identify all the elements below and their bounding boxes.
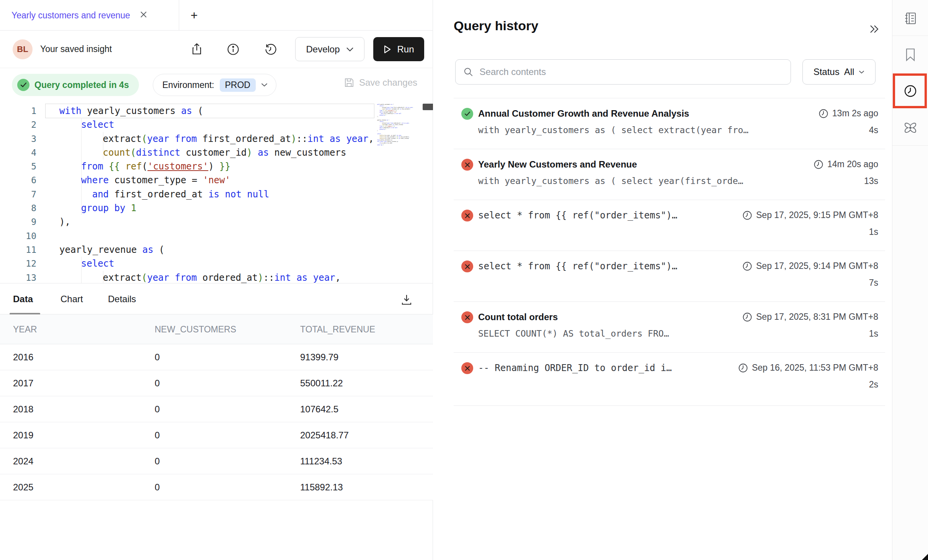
- notebook-icon[interactable]: [903, 11, 918, 26]
- line-number: 8: [0, 201, 36, 215]
- run-label: Run: [397, 44, 414, 55]
- status-filter-label: Status: [814, 67, 840, 77]
- search-input[interactable]: [480, 67, 783, 77]
- line-number: 12: [0, 257, 36, 270]
- line-number: 3: [0, 132, 36, 146]
- table-cell: 0: [155, 456, 160, 467]
- new-tab-button[interactable]: +: [186, 8, 202, 23]
- clock-icon: [814, 160, 823, 169]
- develop-button[interactable]: Develop: [295, 37, 364, 61]
- history-search[interactable]: [455, 59, 791, 85]
- history-item[interactable]: Count total orders Sep 17, 2025, 8:31 PM…: [433, 301, 885, 352]
- history-item-timestamp: Sep 17, 2025, 9:14 PM GMT+8: [742, 261, 878, 271]
- history-item[interactable]: -- Renaming ORDER_ID to order_id i… Sep …: [433, 352, 885, 403]
- table-cell: 2025: [13, 482, 33, 493]
- table-row: 20250115892.13: [0, 474, 433, 500]
- version-history-button[interactable]: [263, 42, 278, 57]
- rail-divider: [892, 145, 928, 146]
- history-item[interactable]: Yearly New Customers and Revenue 14m 20s…: [433, 149, 885, 200]
- avatar: BL: [13, 39, 33, 59]
- history-item[interactable]: Annual Customer Growth and Revenue Analy…: [433, 98, 885, 149]
- code-line: select: [59, 257, 375, 270]
- status-icon: [461, 159, 473, 171]
- table-cell: 2025418.77: [300, 430, 349, 441]
- history-item-title: Count total orders: [478, 312, 558, 322]
- double-chevron-right-icon: [868, 24, 879, 34]
- table-cell: 0: [155, 404, 160, 415]
- table-cell: 0: [155, 378, 160, 389]
- column-header: TOTAL_REVENUE: [300, 324, 375, 335]
- status-filter-dropdown[interactable]: Status All: [802, 59, 876, 85]
- query-history-rail-icon[interactable]: [903, 84, 918, 98]
- collapse-panel-button[interactable]: [866, 21, 881, 37]
- clock-icon: [742, 261, 752, 271]
- table-cell: 0: [155, 352, 160, 363]
- status-icon: [461, 362, 473, 374]
- table-row: 2016091399.79: [0, 344, 433, 370]
- history-item-timestamp: Sep 17, 2025, 8:31 PM GMT+8: [742, 312, 878, 322]
- status-filter-value: All: [844, 67, 854, 77]
- code-line: from {{ ref('customers') }}: [59, 160, 375, 173]
- tab-yearly-customers-and-revenue[interactable]: Yearly customers and revenue: [0, 0, 179, 31]
- results-tab-data[interactable]: Data: [13, 283, 33, 314]
- explore-icon[interactable]: [903, 120, 918, 135]
- status-row: Query completed in 4s Environment: PROD …: [0, 68, 433, 103]
- code-line: ),: [59, 215, 375, 229]
- line-number: 2: [0, 118, 36, 132]
- insight-toolbar: BL Your saved insight Develop: [0, 31, 433, 68]
- editor-scrollbar-thumb[interactable]: [423, 104, 433, 110]
- resize-grip[interactable]: [922, 554, 928, 560]
- history-item-duration: 7s: [869, 278, 878, 288]
- info-button[interactable]: [226, 42, 240, 57]
- run-button[interactable]: Run: [373, 37, 424, 61]
- chevron-down-icon: [261, 83, 268, 87]
- line-number: 10: [0, 229, 36, 243]
- table-cell: 111234.53: [300, 456, 342, 467]
- status-icon: [461, 260, 473, 272]
- share-icon: [190, 43, 203, 56]
- status-icon: [461, 210, 473, 221]
- develop-label: Develop: [306, 44, 340, 55]
- download-results-button[interactable]: [399, 292, 414, 307]
- table-row: 201902025418.77: [0, 422, 433, 448]
- clock-icon: [819, 109, 828, 119]
- insight-title: Your saved insight: [40, 44, 112, 54]
- chevron-down-icon: [859, 70, 864, 74]
- history-item-title: -- Renaming ORDER_ID to order_id i…: [478, 363, 672, 373]
- save-icon: [344, 77, 355, 88]
- query-status-text: Query completed in 4s: [34, 80, 129, 90]
- history-item-title: Annual Customer Growth and Revenue Analy…: [478, 108, 689, 119]
- table-cell: 0: [155, 430, 160, 441]
- results-tab-bar: DataChartDetails: [0, 283, 433, 314]
- query-history-panel: Query history Status All Annual Customer…: [433, 0, 892, 560]
- table-row: 20170550011.22: [0, 370, 433, 396]
- tab-divider: [179, 0, 179, 31]
- line-number: 5: [0, 160, 36, 173]
- history-item-snippet: with yearly_customers as ( select year(f…: [478, 176, 743, 186]
- editor-minimap[interactable]: with yearly_customers as ( select extrac…: [377, 104, 422, 282]
- code-line: with yearly_customers as (: [59, 104, 375, 118]
- results-table-header: YEARNEW_CUSTOMERSTOTAL_REVENUE: [0, 314, 433, 344]
- line-number-gutter: 1234567891011121314151617181920212223242…: [0, 104, 36, 283]
- save-changes-button[interactable]: Save changes: [344, 77, 417, 88]
- code-line: count(distinct customer_id) as new_custo…: [59, 146, 375, 160]
- table-cell: 550011.22: [300, 378, 343, 389]
- line-number: 7: [0, 187, 36, 201]
- history-item-duration: 1s: [869, 329, 878, 339]
- history-item[interactable]: select * from {{ ref("order_items")… Sep…: [433, 251, 885, 301]
- close-tab-icon[interactable]: [138, 9, 149, 22]
- history-item-title: select * from {{ ref("order_items")…: [478, 261, 677, 272]
- share-button[interactable]: [190, 42, 204, 57]
- bookmark-icon[interactable]: [903, 47, 918, 62]
- clock-icon: [742, 312, 752, 322]
- line-number: 13: [0, 271, 36, 283]
- code-line: and first_ordered_at is not null: [59, 187, 375, 201]
- history-item-timestamp: Sep 16, 2025, 11:53 PM GMT+8: [738, 363, 878, 373]
- results-tab-details[interactable]: Details: [108, 283, 136, 314]
- environment-selector[interactable]: Environment: PROD: [153, 74, 276, 96]
- results-tab-chart[interactable]: Chart: [60, 283, 83, 314]
- sql-code-editor[interactable]: 1234567891011121314151617181920212223242…: [0, 103, 433, 283]
- history-item-snippet: SELECT COUNT(*) AS total_orders FRO…: [478, 329, 669, 339]
- clock-icon: [742, 210, 752, 220]
- history-item[interactable]: select * from {{ ref("order_items")… Sep…: [433, 200, 885, 251]
